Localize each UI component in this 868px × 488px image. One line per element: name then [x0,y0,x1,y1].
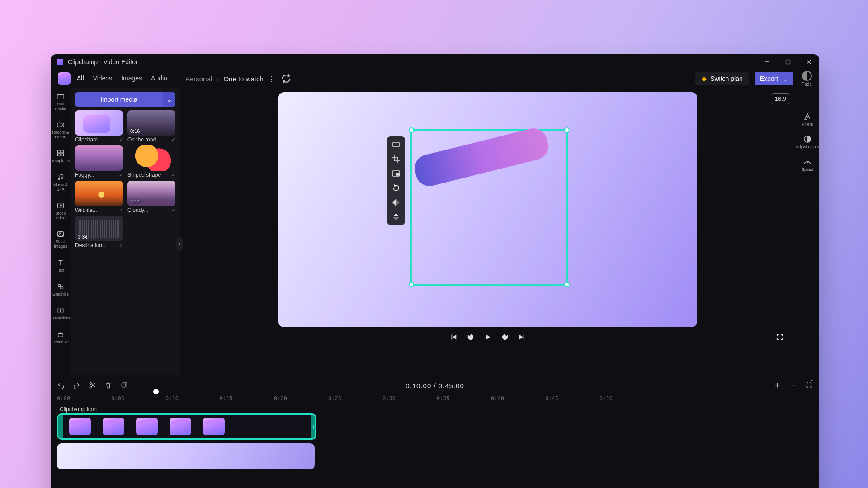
switch-plan-button[interactable]: ◆ Switch plan [695,72,749,85]
maximize-button[interactable] [778,54,798,70]
media-item[interactable]: Foggy...✓ [75,145,123,178]
add-track-button[interactable] [774,381,781,391]
svg-rect-16 [61,286,63,289]
more-options-icon[interactable]: ⋮ [265,72,278,85]
fullscreen-button[interactable] [776,333,784,343]
svg-rect-1 [786,60,790,64]
time-ruler[interactable]: 0:000:050:100:150:200:250:300:350:400:45… [57,395,813,405]
rail-text[interactable]: Text [51,257,71,274]
skip-back-button[interactable] [449,333,458,343]
clip-trim-right[interactable]: || [311,415,315,438]
pip-icon[interactable] [392,169,401,178]
svg-rect-7 [61,150,63,153]
check-icon: ✓ [119,172,123,178]
clipchamp-logo-graphic[interactable] [415,137,563,281]
media-item[interactable]: Clipcham...✓ [75,110,123,143]
minimize-button[interactable] [757,54,778,70]
tab-audio[interactable]: Audio [151,73,167,84]
rotate-icon[interactable] [392,183,401,192]
redo-button[interactable] [73,381,80,391]
resize-handle-br[interactable] [564,282,570,287]
timeline-clip-bg[interactable] [57,443,315,469]
tab-all[interactable]: All [77,73,84,84]
rail-transitions[interactable]: Transitions [51,305,71,322]
adjust-colors-tool[interactable]: Adjust colors [796,135,819,149]
resize-handle-tl[interactable] [409,127,414,133]
ruler-tick: 0:45 [545,395,558,402]
rail-camera[interactable]: Record & create [51,119,71,141]
rail-templates[interactable]: Templates [51,147,71,165]
media-thumb: 3:34 [75,216,123,241]
ruler-tick: 0:05 [111,395,124,402]
skip-forward-button[interactable] [518,333,526,343]
export-button[interactable]: Export ⌄ [755,72,793,85]
rail-stockimage[interactable]: Stock images [51,228,71,250]
close-button[interactable] [798,54,819,70]
clip-trim-left[interactable]: || [58,415,63,438]
flip-horizontal-icon[interactable] [392,198,401,207]
video-track-1[interactable]: || || [57,413,813,440]
filters-tool[interactable]: Filters [802,112,813,127]
fade-label: Fade [802,82,812,87]
jump-back-button[interactable] [467,333,475,343]
timeline-clip-selected[interactable]: || || [57,413,316,440]
play-button[interactable] [484,333,492,343]
ruler-tick: 0:40 [491,395,504,402]
resize-handle-bl[interactable] [409,282,414,287]
flip-vertical-icon[interactable] [392,212,401,221]
tab-videos[interactable]: Videos [93,73,113,84]
fade-tool[interactable]: Fade [802,71,812,87]
aspect-ratio-button[interactable]: 16:9 [771,93,790,104]
ruler-tick: 0:15 [220,395,233,402]
svg-rect-17 [57,309,60,312]
svg-point-15 [58,285,61,287]
check-icon: ✓ [119,137,123,143]
jump-forward-button[interactable] [501,333,509,343]
rail-graphics[interactable]: Graphics [51,281,71,298]
rail-folder[interactable]: Your media [51,90,71,113]
check-icon: ✓ [171,137,175,143]
media-item[interactable]: Wildlife...✓ [75,181,123,213]
collapse-timeline-icon[interactable]: ⌄ [809,375,815,383]
media-thumb [127,145,175,171]
breadcrumb-root[interactable]: Personal [185,75,212,83]
fit-icon[interactable] [392,140,401,149]
media-item[interactable]: Striped shape✓ [127,145,175,178]
speed-tool[interactable]: Speed [802,157,813,172]
rail-brandkit[interactable]: Brand kit [51,328,71,346]
media-thumb: 0:16 [127,110,175,136]
switch-plan-label: Switch plan [710,75,743,82]
selection-box[interactable] [410,129,568,286]
rail-stockvideo[interactable]: Stock video [51,200,71,222]
clip-thumbnails [63,418,311,435]
stage: ‹ 16:9 [180,88,796,375]
zoom-out-button[interactable] [789,381,797,391]
preview-canvas[interactable] [278,92,697,327]
media-item[interactable]: 2:14Cloudy...✓ [127,181,175,213]
collapse-panel-button[interactable]: ‹ [176,237,183,251]
svg-point-11 [61,178,63,179]
delete-button[interactable] [104,381,112,391]
crop-icon[interactable] [392,155,401,164]
resize-handle-tr[interactable] [564,127,570,133]
tab-images[interactable]: Images [121,73,142,84]
project-name[interactable]: One to watch [223,75,263,83]
left-nav-rail: Your mediaRecord & createTemplatesMusic … [51,88,71,375]
media-item[interactable]: 0:16On the road✓ [127,110,175,143]
media-thumb [75,110,123,136]
rail-music[interactable]: Music & SFX [51,171,71,193]
property-rail: Filters Adjust colors Speed [796,88,819,375]
sync-icon[interactable] [280,72,292,85]
split-button[interactable] [89,381,96,391]
playhead[interactable] [156,392,156,488]
clip-thumb [69,418,91,435]
media-item[interactable]: 3:34Destination...✓ [75,216,123,249]
video-track-2[interactable] [57,443,813,469]
undo-button[interactable] [57,381,65,391]
import-media-dropdown[interactable]: ⌄ [163,92,175,107]
chevron-right-icon: › [217,75,219,83]
duplicate-button[interactable] [120,381,128,391]
svg-rect-22 [396,173,399,175]
import-media-button[interactable]: Import media [75,92,163,107]
time-counter: 0:10.00 / 0:45.00 [406,382,464,390]
